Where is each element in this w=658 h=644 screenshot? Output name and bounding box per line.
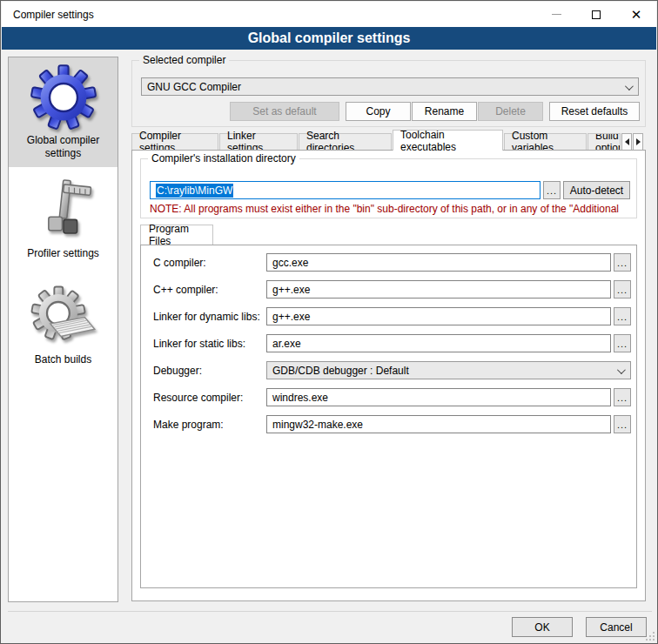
settings-category-list: Global compiler settings Profiler settin… [8,57,118,602]
tab-compiler-settings[interactable]: Compiler settings [131,133,218,151]
debugger-select-value: GDB/CDB debugger : Default [272,365,409,377]
cpp-compiler-label: C++ compiler: [153,284,265,296]
selected-compiler-group: Selected compiler GNU GCC Compiler Set a… [131,60,646,127]
bin-subdirectory-note: NOTE: All programs must exist either in … [150,203,634,215]
ok-button[interactable]: OK [512,617,573,637]
install-dir-input[interactable]: C:\raylib\MinGW [150,181,540,199]
make-program-input[interactable]: mingw32-make.exe [266,415,611,433]
sidebar-item-global-compiler-settings[interactable]: Global compiler settings [9,57,118,167]
install-dir-browse-button[interactable]: ... [543,181,561,199]
delete-button[interactable]: Delete [478,102,543,121]
set-as-default-button[interactable]: Set as default [230,102,339,121]
tab-scroll-right-button[interactable] [633,133,643,151]
static-linker-browse-button[interactable]: ... [614,334,631,352]
auto-detect-button[interactable]: Auto-detect [563,181,630,199]
resource-compiler-browse-button[interactable]: ... [614,388,631,406]
maximize-button[interactable] [576,2,616,27]
sidebar-item-profiler-settings[interactable]: Profiler settings [9,167,118,273]
debugger-label: Debugger: [153,365,265,377]
selected-compiler-group-label: Selected compiler [139,54,229,66]
banner-title: Global compiler settings [248,30,411,46]
copy-button[interactable]: Copy [346,102,411,121]
gear-stack-icon [27,285,100,352]
compiler-select-value: GNU GCC Compiler [147,81,241,93]
subtab-program-files[interactable]: Program Files [140,225,213,245]
compiler-select[interactable]: GNU GCC Compiler [141,77,639,96]
window-controls: ✕ [536,2,656,27]
arrow-right-icon [636,138,641,145]
c-compiler-value: gcc.exe [272,257,308,269]
resource-compiler-label: Resource compiler: [153,392,265,404]
caliper-icon [30,178,97,245]
resource-compiler-input[interactable]: windres.exe [266,388,611,406]
static-linker-value: ar.exe [272,338,301,350]
cpp-compiler-value: g++.exe [272,284,310,296]
cpp-compiler-browse-button[interactable]: ... [614,280,631,299]
footer-divider [8,611,652,612]
tab-build-options[interactable]: Build options [588,133,621,151]
close-icon: ✕ [631,8,642,21]
resize-grip-icon[interactable] [646,632,655,641]
tab-scroll-left-button[interactable] [621,133,632,151]
dynamic-linker-label: Linker for dynamic libs: [153,311,265,323]
chevron-down-icon [617,366,626,374]
tab-toolchain-executables[interactable]: Toolchain executables [393,130,503,151]
debugger-select[interactable]: GDB/CDB debugger : Default [266,361,631,379]
compiler-settings-dialog: Compiler settings ✕ Global compiler sett… [0,0,658,644]
c-compiler-input[interactable]: gcc.exe [266,253,611,272]
make-program-browse-button[interactable]: ... [614,415,631,433]
gear-blue-icon [29,63,98,132]
maximize-icon [592,10,601,19]
close-button[interactable]: ✕ [616,2,656,27]
reset-defaults-button[interactable]: Reset defaults [549,102,640,121]
sidebar-item-label: Profiler settings [22,245,104,267]
arrow-left-icon [625,138,629,145]
chevron-down-icon [625,82,634,91]
tab-linker-settings[interactable]: Linker settings [219,133,298,151]
static-linker-label: Linker for static libs: [153,338,265,350]
resource-compiler-value: windres.exe [272,392,328,404]
sidebar-item-batch-builds[interactable]: Batch builds [9,273,118,379]
cancel-button[interactable]: Cancel [586,617,647,637]
c-compiler-label: C compiler: [153,257,265,269]
sidebar-item-label: Global compiler settings [9,132,118,167]
install-dir-value: C:\raylib\MinGW [156,184,233,198]
installation-directory-group: Compiler's installation directory C:\ray… [140,158,637,218]
window-title: Compiler settings [13,9,94,21]
minimize-button[interactable] [536,2,576,27]
installation-directory-group-label: Compiler's installation directory [148,152,299,164]
tab-search-directories[interactable]: Search directories [299,133,392,151]
cpp-compiler-input[interactable]: g++.exe [266,280,611,299]
sidebar-item-label: Batch builds [30,352,97,373]
c-compiler-browse-button[interactable]: ... [614,253,631,272]
banner: Global compiler settings [2,27,656,50]
minimize-icon [552,14,561,15]
dynamic-linker-input[interactable]: g++.exe [266,307,611,325]
dynamic-linker-browse-button[interactable]: ... [614,307,631,325]
static-linker-input[interactable]: ar.exe [266,334,611,352]
make-program-value: mingw32-make.exe [272,419,363,431]
rename-button[interactable]: Rename [412,102,477,121]
dynamic-linker-value: g++.exe [272,311,310,323]
title-bar[interactable]: Compiler settings ✕ [2,2,656,27]
make-program-label: Make program: [153,419,265,431]
tab-custom-variables[interactable]: Custom variables [504,133,587,151]
